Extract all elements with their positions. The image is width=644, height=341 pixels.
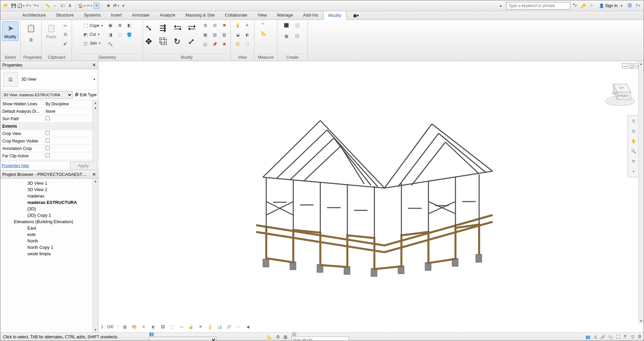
v5-icon[interactable]: 🔆 bbox=[234, 40, 242, 48]
open-icon[interactable]: 📂 bbox=[3, 3, 9, 9]
search-chevron-icon[interactable]: ▸ bbox=[498, 3, 504, 9]
minimize-view-icon[interactable]: — bbox=[622, 63, 627, 69]
tab-structure[interactable]: Structure bbox=[51, 10, 79, 20]
section-icon[interactable]: ✂ bbox=[86, 3, 92, 9]
scale-icon[interactable]: ◱ bbox=[201, 40, 209, 48]
v1-icon[interactable]: 💡 bbox=[234, 21, 242, 29]
v4-icon[interactable]: ◐ bbox=[243, 31, 251, 39]
sync-icon[interactable]: 🔄 bbox=[18, 3, 24, 9]
property-row[interactable]: Annotation Crop bbox=[0, 145, 98, 152]
crop-view-icon[interactable]: ⬚ bbox=[169, 324, 175, 330]
browser-node[interactable]: 3D View 1 bbox=[0, 180, 98, 186]
move-icon[interactable]: ✥ bbox=[145, 37, 157, 48]
browser-node[interactable]: North Copy 1 bbox=[0, 244, 98, 251]
switch-windows-icon[interactable]: 🗗 bbox=[113, 3, 119, 9]
restore-view-icon[interactable]: ▢ bbox=[629, 63, 634, 69]
cut-clipboard-button[interactable]: ✂ bbox=[61, 21, 70, 30]
model-icon[interactable]: 🏢 bbox=[292, 331, 297, 337]
join-button[interactable]: ◫Join▾ bbox=[81, 39, 104, 48]
property-row[interactable]: Far Clip Active bbox=[0, 152, 98, 160]
beam-join-icon[interactable]: ⊠ bbox=[116, 21, 124, 29]
undo-icon[interactable]: ↶ bbox=[25, 3, 31, 9]
tab-collaborate[interactable]: Collaborate bbox=[220, 10, 252, 20]
close-inactive-icon[interactable]: ✖ bbox=[105, 3, 112, 9]
favorites-icon[interactable]: ☆ bbox=[589, 3, 595, 9]
type-selector[interactable]: 🏠 3D View ▾ bbox=[0, 69, 98, 90]
property-row[interactable]: Show Hidden LinesBy Discipline bbox=[0, 100, 98, 108]
browser-node[interactable]: maderas bbox=[0, 193, 98, 199]
browser-node[interactable]: este bbox=[0, 231, 98, 238]
detail-level-icon[interactable]: ▦ bbox=[122, 324, 128, 330]
reveal-hidden-icon[interactable]: 💡 bbox=[207, 324, 213, 330]
browser-node[interactable]: 3D View 2 bbox=[0, 186, 98, 193]
scroll-down-icon[interactable]: ▼ bbox=[93, 106, 98, 111]
property-row[interactable]: Sun Path bbox=[0, 115, 98, 123]
browser-scrollbar[interactable]: ▲ ▼ bbox=[93, 179, 98, 333]
array-icon[interactable]: ▦ bbox=[201, 31, 209, 39]
status-dropdown[interactable] bbox=[149, 337, 217, 341]
view-scale[interactable]: 1 : 100 bbox=[101, 324, 119, 329]
matchtype-button[interactable]: 🖌 bbox=[61, 39, 70, 48]
browser-node[interactable]: {3D} Copy 1 bbox=[0, 212, 98, 218]
scroll-up-icon[interactable]: ▲ bbox=[639, 61, 644, 67]
nav-expand-icon[interactable]: ▾ bbox=[629, 167, 638, 176]
search-input[interactable] bbox=[506, 2, 570, 9]
editable-only-icon[interactable]: 📐 bbox=[267, 334, 273, 340]
s6-icon[interactable]: 📍 bbox=[623, 334, 628, 340]
tab-systems[interactable]: Systems bbox=[79, 10, 106, 20]
property-row[interactable]: Default Analysis Di...None bbox=[0, 108, 98, 115]
zoom-icon[interactable]: 🔍 bbox=[629, 147, 638, 155]
m3-icon[interactable]: ✖ bbox=[220, 21, 228, 29]
tag-icon[interactable]: 🏷 bbox=[59, 3, 66, 9]
property-row[interactable]: Crop View bbox=[0, 130, 98, 137]
workset-input[interactable] bbox=[292, 337, 349, 341]
close-browser-icon[interactable]: ✕ bbox=[92, 172, 96, 177]
paste-button[interactable]: 📋 Paste bbox=[44, 21, 59, 41]
sel-filter-icon[interactable]: ▽ bbox=[630, 334, 636, 340]
paint-icon[interactable]: 🪣 bbox=[125, 31, 133, 39]
temp-hide-icon[interactable]: 👁 bbox=[198, 324, 204, 330]
c1-icon[interactable]: ⬛ bbox=[282, 21, 291, 29]
shadows-icon[interactable]: ◐ bbox=[150, 324, 156, 330]
scroll-up-icon[interactable]: ▲ bbox=[93, 179, 98, 184]
browser-node[interactable]: maderas ESTRUCTURA bbox=[0, 199, 98, 206]
tab-massing[interactable]: Massing & Site bbox=[180, 10, 220, 20]
tab-addins[interactable]: Add-Ins bbox=[298, 10, 323, 20]
g5-icon[interactable]: ⬚ bbox=[116, 31, 124, 39]
m5-icon[interactable]: ▤ bbox=[211, 31, 219, 39]
group-icon[interactable]: ▦ bbox=[282, 32, 291, 40]
filter-model-icon[interactable]: ▥ bbox=[283, 334, 288, 340]
m2-icon[interactable]: ⊟ bbox=[211, 21, 219, 29]
property-row[interactable]: Far Clip Offset304800.0 bbox=[0, 160, 98, 161]
measure-between-icon[interactable]: ↔ bbox=[261, 21, 271, 31]
signin-button[interactable]: 👤 Sign In ▾ bbox=[597, 3, 625, 9]
offset-icon[interactable]: ⇶ bbox=[159, 23, 171, 35]
browser-node[interactable]: oeste limpio bbox=[0, 251, 98, 257]
vc-more-icon[interactable]: ⋯ bbox=[236, 324, 242, 330]
instance-selector[interactable]: 3D View: maderas ESTRUCTURA bbox=[2, 91, 73, 99]
rendering-icon[interactable]: 🖼 bbox=[160, 324, 166, 330]
steering-wheel-icon[interactable]: ◎ bbox=[629, 127, 638, 135]
full-nav-icon[interactable]: ⊙ bbox=[629, 117, 638, 125]
v6-icon[interactable]: ⬚ bbox=[243, 40, 251, 48]
key-icon[interactable]: 🔑 bbox=[580, 3, 587, 9]
orbit-icon[interactable]: ⟳ bbox=[629, 157, 638, 165]
wall-opening-icon[interactable]: ▣ bbox=[106, 21, 115, 29]
browser-node[interactable]: North bbox=[0, 238, 98, 244]
tab-view[interactable]: View bbox=[252, 10, 272, 20]
cope-button[interactable]: ⛶Cope▾ bbox=[81, 21, 104, 30]
tab-analyze[interactable]: Analyze bbox=[155, 10, 180, 20]
align-dim-icon[interactable]: ↔ bbox=[52, 3, 58, 9]
delete-icon[interactable]: ✖ bbox=[220, 40, 228, 48]
properties-help-link[interactable]: Properties help bbox=[2, 163, 29, 168]
s1-icon[interactable]: 👥 bbox=[586, 334, 591, 340]
measure-icon[interactable]: 📏 bbox=[45, 3, 51, 9]
binoculars-icon[interactable]: 🔭 bbox=[572, 3, 578, 9]
scroll-up-icon[interactable]: ▲ bbox=[93, 100, 98, 106]
crop-region-icon[interactable]: ▭ bbox=[179, 324, 185, 330]
close-properties-icon[interactable]: ✕ bbox=[92, 62, 96, 68]
help-icon[interactable]: ? bbox=[635, 3, 641, 9]
tab-insert[interactable]: Insert bbox=[106, 10, 127, 20]
analytical-icon[interactable]: 📊 bbox=[217, 324, 223, 330]
customize-qat-icon[interactable]: ▾ bbox=[120, 3, 126, 9]
